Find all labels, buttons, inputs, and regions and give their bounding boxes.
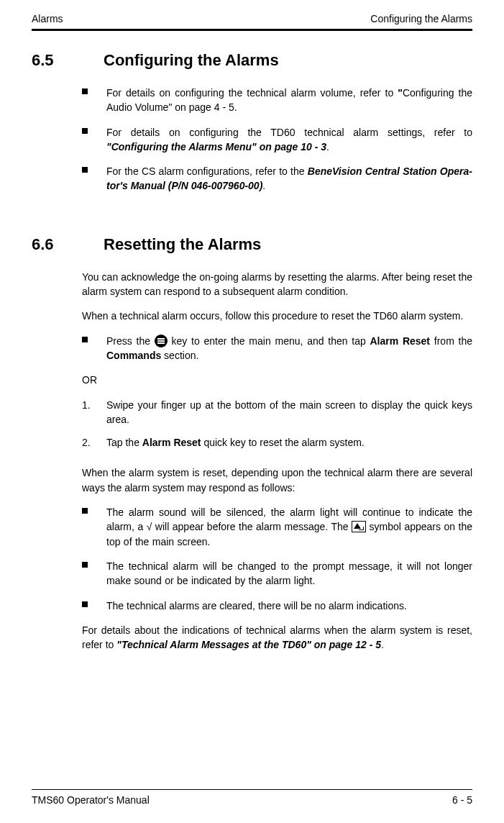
footer-rule — [32, 789, 472, 790]
header-right: Configuring the Alarms — [370, 13, 472, 24]
ui-label: Alarm Reset — [142, 437, 201, 448]
section-6-6-body: You can acknowledge the on-going alarms … — [82, 270, 472, 653]
list-item: Press the key to enter the main menu, an… — [82, 334, 472, 363]
step-number: 2. — [82, 435, 91, 450]
list-item: For the CS alarm configurations, refer t… — [82, 164, 472, 194]
text: section. — [161, 350, 198, 361]
paragraph: For details about the indications of tec… — [82, 623, 472, 653]
section-6-6-heading: 6.6 Resetting the Alarms — [32, 235, 472, 254]
text: . — [326, 141, 329, 153]
text: from the — [430, 335, 472, 347]
header-left: Alarms — [32, 13, 63, 24]
section-6-5-body: For details on configuring the technical… — [82, 86, 472, 194]
list-item: For details on configuring the technical… — [82, 86, 472, 115]
section-6-5-title: Configuring the Alarms — [104, 51, 279, 70]
paragraph: You can acknowledge the on-going alarms … — [82, 270, 472, 299]
text: Swipe your finger up at the bottom of th… — [106, 399, 472, 425]
section-6-5-list: For details on configuring the technical… — [82, 86, 472, 194]
text: Press the — [106, 335, 155, 347]
steps-list: 1. Swipe your finger up at the bottom of… — [82, 398, 472, 450]
text: Tap the — [106, 437, 142, 448]
ui-label: Commands — [106, 350, 161, 361]
step-number: 1. — [82, 398, 91, 412]
section-6-6-number: 6.6 — [32, 235, 75, 254]
xref: "Configuring the Alarms Menu" on page 10… — [106, 141, 326, 153]
list-item: 1. Swipe your finger up at the bottom of… — [82, 398, 472, 427]
text: key to enter the main menu, and then tap — [168, 335, 370, 347]
xref: "Technical Alarm Messages at the TD60" o… — [116, 639, 381, 650]
footer-left: TMS60 Operator's Manual — [32, 794, 150, 806]
header-rule — [32, 29, 472, 31]
ui-label: Alarm Reset — [370, 335, 430, 347]
list-item: 2. Tap the Alarm Reset quick key to rese… — [82, 435, 472, 450]
text: The technical alarms are cleared, there … — [106, 600, 407, 611]
section-6-6-title: Resetting the Alarms — [104, 235, 261, 254]
page-footer: TMS60 Operator's Manual 6 - 5 — [32, 789, 472, 806]
paragraph: When the alarm system is reset, dependin… — [82, 465, 472, 495]
running-header: Alarms Configuring the Alarms — [32, 13, 472, 24]
or-separator: OR — [82, 373, 472, 387]
paragraph: When a technical alarm occurs, follow th… — [82, 309, 472, 323]
text: For details on configuring the technical… — [106, 87, 398, 99]
text: . — [234, 101, 237, 113]
text: . — [381, 639, 384, 650]
list-item: The technical alarms are cleared, there … — [82, 599, 472, 613]
section-6-5-heading: 6.5 Configuring the Alarms — [32, 51, 472, 70]
list-item: The technical alarm will be changed to t… — [82, 559, 472, 588]
quote-open: " — [398, 87, 403, 99]
list-item: For details on configuring the TD60 tech… — [82, 125, 472, 155]
section-6-5-number: 6.5 — [32, 51, 75, 70]
text: . — [262, 180, 265, 191]
responses-list: The alarm sound will be silenced, the al… — [82, 505, 472, 613]
alarm-reset-icon — [352, 521, 366, 532]
press-list: Press the key to enter the main menu, an… — [82, 334, 472, 363]
text: quick key to reset the alarm system. — [201, 437, 365, 448]
menu-key-icon — [155, 335, 168, 347]
text: For details on configuring the TD60 tech… — [106, 127, 472, 138]
text: The technical alarm will be changed to t… — [106, 560, 472, 586]
list-item: The alarm sound will be silenced, the al… — [82, 505, 472, 549]
footer-right: 6 - 5 — [452, 794, 472, 806]
text: For the CS alarm configurations, refer t… — [106, 165, 308, 177]
